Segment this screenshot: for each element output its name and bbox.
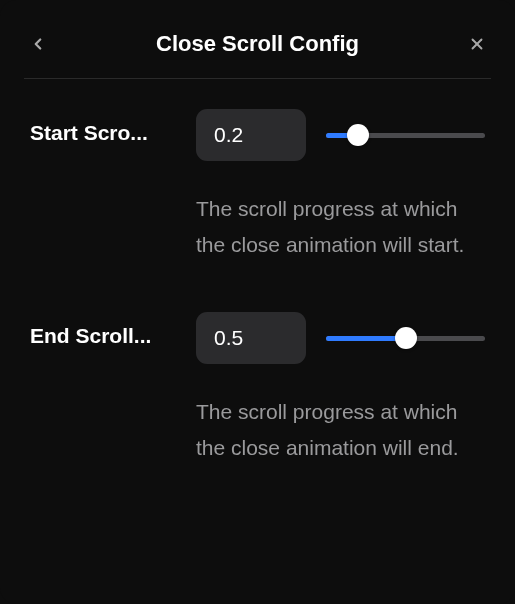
control-column: The scroll progress at which the close a… — [196, 312, 485, 465]
start-scroll-label: Start Scro... — [30, 121, 178, 145]
control-top-row — [196, 312, 485, 364]
end-scroll-label: End Scroll... — [30, 324, 178, 348]
back-button[interactable] — [24, 30, 52, 58]
end-scroll-slider[interactable] — [326, 326, 485, 350]
close-icon — [468, 35, 486, 53]
config-panel: Close Scroll Config Start Scro... — [0, 0, 515, 604]
close-button[interactable] — [463, 30, 491, 58]
slider-thumb[interactable] — [395, 327, 417, 349]
start-scroll-description: The scroll progress at which the close a… — [196, 191, 485, 262]
panel-title: Close Scroll Config — [52, 31, 463, 57]
control-top-row — [196, 109, 485, 161]
panel-content: Start Scro... The scroll progress at whi… — [0, 109, 515, 466]
end-scroll-row: End Scroll... The scroll progress at whi… — [30, 312, 485, 465]
label-column: Start Scro... — [30, 109, 178, 145]
header-divider — [24, 78, 491, 79]
start-scroll-input[interactable] — [196, 109, 306, 161]
label-column: End Scroll... — [30, 312, 178, 348]
chevron-left-icon — [29, 35, 47, 53]
end-scroll-description: The scroll progress at which the close a… — [196, 394, 485, 465]
start-scroll-slider[interactable] — [326, 123, 485, 147]
panel-header: Close Scroll Config — [0, 0, 515, 78]
slider-thumb[interactable] — [347, 124, 369, 146]
end-scroll-input[interactable] — [196, 312, 306, 364]
start-scroll-row: Start Scro... The scroll progress at whi… — [30, 109, 485, 262]
control-column: The scroll progress at which the close a… — [196, 109, 485, 262]
